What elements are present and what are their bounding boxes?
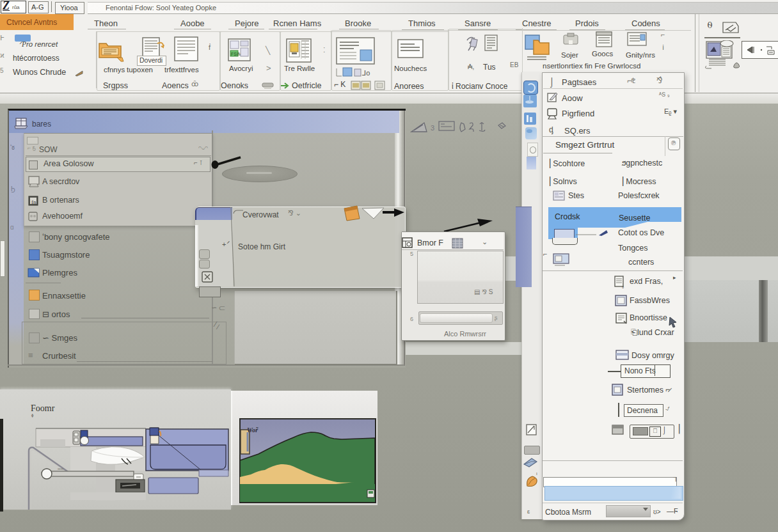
svg-text:3: 3: [431, 124, 434, 132]
svg-text:⅃o: ⅃o: [362, 69, 370, 77]
svg-text:Wor̃: Wor̃: [247, 426, 259, 434]
svg-text:₈: ₈: [622, 283, 624, 289]
svg-text:⏛⏛: ⏛⏛: [58, 467, 64, 471]
svg-text:FSIM: FSIM: [231, 52, 242, 56]
svg-text:fn: fn: [31, 199, 36, 205]
